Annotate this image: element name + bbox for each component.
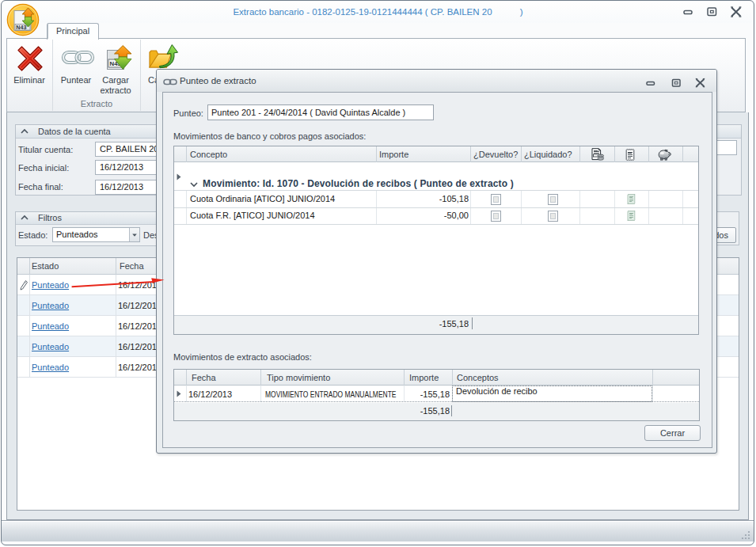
svg-text:N43: N43 [16,24,26,31]
